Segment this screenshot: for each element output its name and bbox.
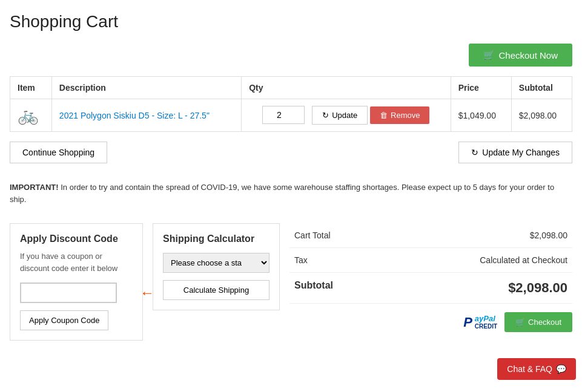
cart-summary: Cart Total $2,098.00 Tax Calculated at C… — [289, 223, 572, 332]
state-select[interactable]: Please choose a sta — [163, 253, 270, 273]
continue-shopping-button[interactable]: Continue Shopping — [10, 142, 107, 163]
bottom-section: Apply Discount Code If you have a coupon… — [10, 223, 572, 341]
paypal-text: ayPal — [475, 315, 497, 323]
tax-row: Tax Calculated at Checkout — [289, 248, 572, 273]
item-subtotal-cell: $2,098.00 — [511, 99, 572, 132]
remove-item-button[interactable]: 🗑 Remove — [370, 106, 429, 124]
checkout-now-label: Checkout Now — [498, 50, 558, 60]
refresh-icon-2: ↻ — [471, 148, 478, 157]
trash-icon: 🗑 — [380, 111, 388, 120]
col-subtotal: Subtotal — [511, 77, 572, 99]
remove-label: Remove — [391, 111, 420, 120]
tax-label: Tax — [294, 255, 308, 265]
col-qty: Qty — [242, 77, 451, 99]
shipping-calculator-box: Shipping Calculator Please choose a sta … — [153, 223, 280, 310]
update-label: Update — [332, 111, 357, 120]
cart-table: Item Description Qty Price Subtotal 🚲 20… — [10, 76, 572, 132]
refresh-icon: ↻ — [322, 111, 329, 120]
important-notice: IMPORTANT! In order to try and contain t… — [10, 175, 572, 211]
action-row: Continue Shopping ↻ Update My Changes — [10, 142, 572, 163]
discount-description: If you have a coupon or discount code en… — [20, 250, 133, 274]
discount-box: Apply Discount Code If you have a coupon… — [10, 223, 143, 341]
notice-text: In order to try and contain the spread o… — [10, 183, 554, 204]
page-title: Shopping Cart — [10, 12, 572, 31]
paypal-credit-text: CREDIT — [475, 323, 497, 330]
notice-prefix: IMPORTANT! — [10, 183, 59, 192]
discount-title: Apply Discount Code — [20, 234, 133, 244]
qty-input[interactable] — [262, 106, 305, 124]
update-qty-button[interactable]: ↻ Update — [312, 106, 368, 125]
subtotal-value: $2,098.00 — [508, 280, 567, 296]
paypal-p-icon: P — [463, 315, 472, 330]
payment-row: P ayPal CREDIT 🛒 Checkout — [289, 312, 572, 332]
col-price: Price — [451, 77, 511, 99]
shipping-title: Shipping Calculator — [163, 234, 270, 244]
subtotal-row: Subtotal $2,098.00 — [289, 273, 572, 304]
table-row: 🚲 2021 Polygon Siskiu D5 - Size: L - 27.… — [10, 99, 572, 132]
cart-icon: 🛒 — [483, 50, 495, 60]
checkout-now-button[interactable]: 🛒 Checkout Now — [469, 44, 572, 67]
col-item: Item — [10, 77, 52, 99]
coupon-input[interactable] — [20, 283, 117, 303]
update-my-changes-button[interactable]: ↻ Update My Changes — [458, 142, 572, 163]
col-description: Description — [51, 77, 241, 99]
arrow-indicator: ← — [140, 284, 154, 301]
tax-value: Calculated at Checkout — [480, 255, 567, 265]
cart-total-value: $2,098.00 — [530, 230, 567, 240]
subtotal-label: Subtotal — [294, 280, 333, 296]
bike-icon: 🚲 — [18, 106, 39, 125]
cart-icon-small: 🛒 — [515, 318, 525, 327]
checkout-small-button[interactable]: 🛒 Checkout — [504, 312, 572, 332]
paypal-credit-logo: P ayPal CREDIT — [463, 315, 497, 330]
checkout-small-label: Checkout — [528, 318, 561, 327]
calculate-shipping-button[interactable]: Calculate Shipping — [163, 280, 270, 300]
cart-total-label: Cart Total — [294, 230, 331, 240]
cart-total-row: Cart Total $2,098.00 — [289, 223, 572, 248]
update-changes-label: Update My Changes — [482, 148, 560, 157]
item-qty-cell: ↻ Update 🗑 Remove — [242, 99, 451, 132]
coupon-input-row: ← — [20, 283, 133, 303]
item-image-cell: 🚲 — [10, 99, 52, 132]
item-price-cell: $1,049.00 — [451, 99, 511, 132]
item-description-cell: 2021 Polygon Siskiu D5 - Size: L - 27.5" — [51, 99, 241, 132]
product-link[interactable]: 2021 Polygon Siskiu D5 - Size: L - 27.5" — [59, 111, 210, 120]
apply-coupon-button[interactable]: Apply Coupon Code — [20, 310, 108, 330]
